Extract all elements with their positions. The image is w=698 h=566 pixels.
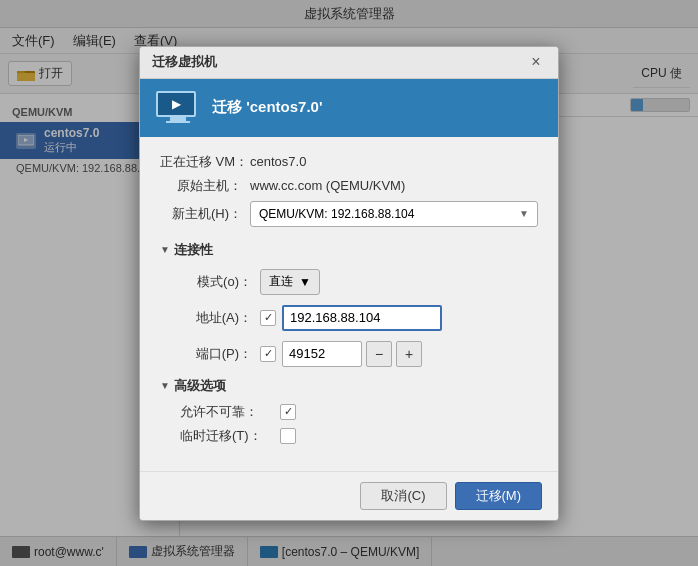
advanced-section: 高级选项 允许不可靠： 临时迁移(T)：: [160, 377, 538, 445]
temp-migrate-label: 临时迁移(T)：: [180, 427, 280, 445]
port-label: 端口(P)：: [180, 345, 260, 363]
modal-overlay: 迁移虚拟机 × ▶ 迁移 'centos7.0' 正在迁移 VM： centos…: [0, 0, 698, 566]
port-minus-button[interactable]: −: [366, 341, 392, 367]
dialog-header-title: 迁移 'centos7.0': [212, 98, 323, 117]
dialog-title: 迁移虚拟机: [152, 53, 217, 71]
new-host-label: 新主机(H)：: [160, 205, 250, 223]
address-label: 地址(A)：: [180, 309, 260, 327]
mode-dropdown-arrow: ▼: [299, 275, 311, 289]
mode-label: 模式(o)：: [180, 273, 260, 291]
mode-dropdown[interactable]: 直连 ▼: [260, 269, 320, 295]
advanced-title[interactable]: 高级选项: [160, 377, 538, 395]
vm-value: centos7.0: [250, 154, 306, 169]
address-row: 地址(A)：: [160, 305, 538, 331]
port-input[interactable]: [282, 341, 362, 367]
vm-label: 正在迁移 VM：: [160, 153, 250, 171]
connectivity-section-title: 连接性: [160, 241, 538, 259]
port-input-area: − +: [282, 341, 422, 367]
dialog-body: 正在迁移 VM： centos7.0 原始主机： www.cc.com (QEM…: [140, 137, 558, 471]
port-checkbox[interactable]: [260, 346, 276, 362]
close-button[interactable]: ×: [526, 52, 546, 72]
monitor-icon: ▶: [156, 91, 200, 125]
mode-row: 模式(o)： 直连 ▼: [160, 269, 538, 295]
port-row: 端口(P)： − +: [160, 341, 538, 367]
temp-migrate-checkbox[interactable]: [280, 428, 296, 444]
dialog-header: ▶ 迁移 'centos7.0': [140, 79, 558, 137]
port-plus-button[interactable]: +: [396, 341, 422, 367]
new-host-select[interactable]: QEMU/KVM: 192.168.88.104 ▼: [250, 201, 538, 227]
new-host-row: 新主机(H)： QEMU/KVM: 192.168.88.104 ▼: [160, 201, 538, 227]
allow-unreliable-row: 允许不可靠：: [160, 403, 538, 421]
address-checkbox[interactable]: [260, 310, 276, 326]
vm-info-row: 正在迁移 VM： centos7.0: [160, 153, 538, 171]
allow-unreliable-checkbox[interactable]: [280, 404, 296, 420]
cancel-button[interactable]: 取消(C): [360, 482, 446, 510]
address-input[interactable]: [282, 305, 442, 331]
source-host-row: 原始主机： www.cc.com (QEMU/KVM): [160, 177, 538, 195]
monitor-screen: ▶: [156, 91, 196, 117]
source-label: 原始主机：: [160, 177, 250, 195]
temp-migrate-row: 临时迁移(T)：: [160, 427, 538, 445]
allow-unreliable-label: 允许不可靠：: [180, 403, 280, 421]
monitor-base: [166, 121, 190, 123]
source-value: www.cc.com (QEMU/KVM): [250, 178, 405, 193]
chevron-down-icon: ▼: [519, 208, 529, 219]
dialog-titlebar: 迁移虚拟机 ×: [140, 47, 558, 79]
migrate-dialog: 迁移虚拟机 × ▶ 迁移 'centos7.0' 正在迁移 VM： centos…: [139, 46, 559, 521]
migrate-button[interactable]: 迁移(M): [455, 482, 543, 510]
dialog-footer: 取消(C) 迁移(M): [140, 471, 558, 520]
